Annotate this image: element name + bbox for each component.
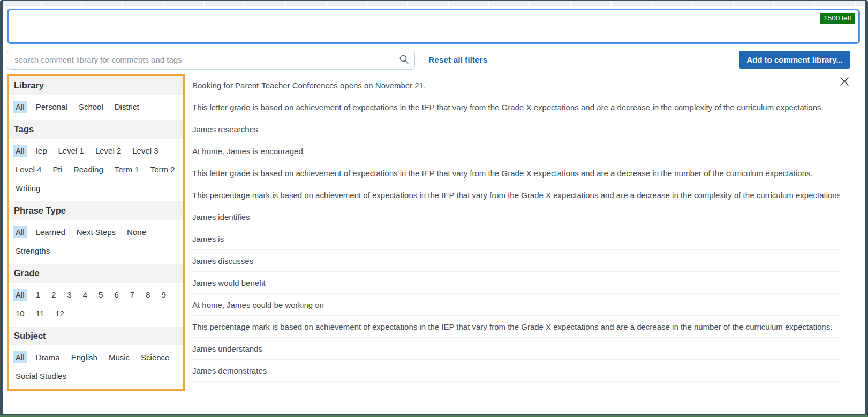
filter-option-subject-social-studies[interactable]: Social Studies: [13, 370, 69, 382]
filter-option-grade-9[interactable]: 9: [159, 289, 168, 301]
filter-section-title: Library: [9, 76, 183, 95]
filter-option-subject-english[interactable]: English: [69, 351, 100, 363]
comment-item[interactable]: This percentage mark is based on achieve…: [191, 316, 840, 338]
filter-option-tags-level-3[interactable]: Level 3: [130, 145, 160, 157]
filter-option-tags-all[interactable]: All: [13, 145, 27, 157]
filter-option-grade-5[interactable]: 5: [96, 289, 105, 301]
filter-options: AllPersonalSchoolDistrict: [9, 95, 183, 120]
filter-section-subject: SubjectAllDramaEnglishMusicScienceSocial…: [9, 327, 183, 389]
comment-item[interactable]: James demonstrates: [191, 360, 840, 382]
background-table-strip: [0, 0, 868, 6]
filter-option-grade-8[interactable]: 8: [144, 289, 152, 301]
filter-option-tags-iep[interactable]: Iep: [34, 145, 49, 157]
filter-section-title: Phrase Type: [9, 201, 183, 220]
reset-all-filters-link[interactable]: Reset all filters: [428, 55, 487, 65]
filter-options: All123456789101112: [9, 283, 183, 327]
comment-list: Booking for Parent-Teacher Conferences o…: [191, 74, 840, 393]
filter-option-library-personal[interactable]: Personal: [34, 101, 70, 113]
filter-option-phrase-type-next-steps[interactable]: Next Steps: [74, 226, 118, 238]
comment-item[interactable]: James would benefit: [191, 272, 840, 294]
comment-item[interactable]: James discusses: [191, 250, 840, 272]
filter-option-subject-drama[interactable]: Drama: [34, 351, 62, 363]
close-icon[interactable]: [839, 75, 850, 87]
search-input[interactable]: [7, 50, 415, 70]
toolbar: Reset all filters Add to comment library…: [7, 50, 860, 70]
filter-option-grade-7[interactable]: 7: [128, 289, 137, 301]
comment-item[interactable]: James is: [191, 228, 840, 250]
filter-option-grade-all[interactable]: All: [13, 289, 27, 301]
filter-option-grade-11[interactable]: 11: [34, 307, 47, 320]
character-counter-badge: 1500 left: [820, 13, 855, 24]
add-to-comment-library-button[interactable]: Add to comment library...: [739, 51, 850, 69]
filter-option-tags-term-1[interactable]: Term 1: [112, 163, 141, 176]
comment-item[interactable]: At home, James could be working on: [191, 294, 840, 316]
comment-item[interactable]: At home, James is encouraged: [191, 140, 840, 162]
filter-option-subject-science[interactable]: Science: [139, 351, 171, 363]
main-area: LibraryAllPersonalSchoolDistrictTagsAllI…: [7, 74, 860, 393]
comment-item[interactable]: James identifies: [191, 206, 840, 228]
search-icon: [399, 54, 410, 65]
filter-option-subject-all[interactable]: All: [13, 351, 27, 363]
filter-section-title: Tags: [9, 120, 183, 139]
filter-option-grade-4[interactable]: 4: [81, 289, 89, 301]
filter-section-tags: TagsAllIepLevel 1Level 2Level 3Level 4Pt…: [9, 120, 183, 201]
filter-options: AllDramaEnglishMusicScienceSocial Studie…: [9, 345, 183, 389]
filter-section-grade: GradeAll123456789101112: [9, 264, 183, 327]
comment-item[interactable]: This letter grade is based on achievemen…: [191, 96, 840, 118]
search-wrap: [7, 50, 415, 70]
filter-option-library-all[interactable]: All: [13, 101, 27, 113]
filter-option-library-district[interactable]: District: [112, 101, 141, 113]
filter-option-phrase-type-learned[interactable]: Learned: [34, 226, 67, 238]
filter-section-phrase-type: Phrase TypeAllLearnedNext StepsNoneStren…: [9, 201, 183, 264]
comment-item[interactable]: James researches: [191, 118, 840, 140]
filter-option-tags-level-2[interactable]: Level 2: [93, 145, 123, 157]
filter-option-phrase-type-none[interactable]: None: [125, 226, 148, 238]
filter-option-grade-1[interactable]: 1: [34, 289, 42, 301]
filter-options: AllLearnedNext StepsNoneStrengths: [9, 220, 183, 264]
comment-item[interactable]: James understands: [191, 338, 840, 360]
filter-option-grade-2[interactable]: 2: [49, 289, 58, 301]
filter-option-tags-level-1[interactable]: Level 1: [56, 145, 86, 157]
filter-option-library-school[interactable]: School: [77, 101, 105, 113]
filter-option-phrase-type-strengths[interactable]: Strengths: [13, 245, 52, 257]
comment-item[interactable]: This letter grade is based on achievemen…: [191, 162, 840, 184]
filter-option-tags-writing[interactable]: Writing: [13, 182, 42, 194]
filter-option-tags-reading[interactable]: Reading: [71, 163, 105, 176]
filter-section-title: Grade: [9, 264, 183, 283]
filter-option-grade-6[interactable]: 6: [112, 289, 120, 301]
filter-panel: LibraryAllPersonalSchoolDistrictTagsAllI…: [7, 74, 185, 391]
comment-item[interactable]: Booking for Parent-Teacher Conferences o…: [191, 74, 840, 96]
filter-option-tags-pti[interactable]: Pti: [50, 163, 64, 176]
filter-option-grade-3[interactable]: 3: [65, 289, 73, 301]
filter-option-grade-10[interactable]: 10: [13, 307, 27, 320]
filter-option-tags-term-2[interactable]: Term 2: [148, 163, 177, 176]
filter-section-library: LibraryAllPersonalSchoolDistrict: [9, 76, 183, 120]
comment-item[interactable]: This percentage mark is based on achieve…: [191, 184, 840, 206]
filter-options: AllIepLevel 1Level 2Level 3Level 4PtiRea…: [9, 139, 183, 201]
filter-option-subject-music[interactable]: Music: [107, 351, 132, 363]
filter-section-title: Subject: [9, 327, 183, 345]
comment-input[interactable]: 1500 left: [7, 9, 860, 44]
filter-option-phrase-type-all[interactable]: All: [13, 226, 27, 238]
filter-option-grade-12[interactable]: 12: [53, 307, 66, 320]
filter-option-tags-level-4[interactable]: Level 4: [13, 163, 43, 176]
